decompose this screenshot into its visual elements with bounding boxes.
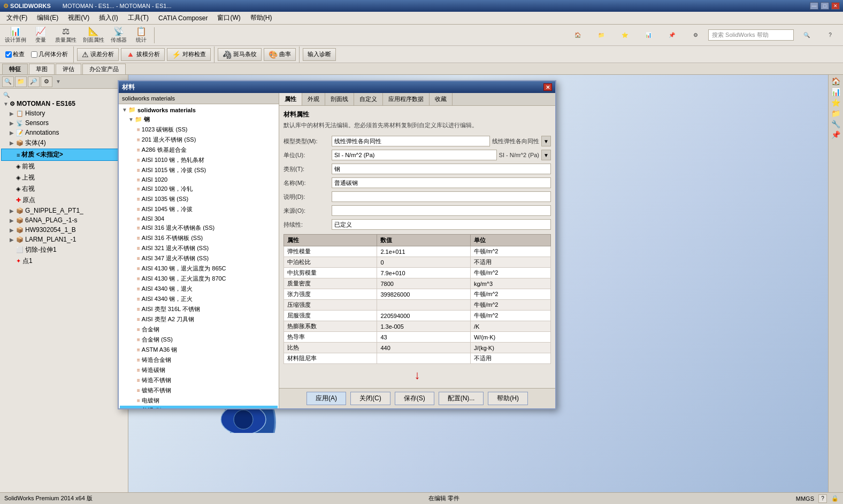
mat-item-galv-steel[interactable]: ≡电镀钢	[120, 396, 278, 406]
toolbar-design[interactable]: 📊 设计算例	[2, 25, 29, 45]
btn-apply[interactable]: 应用(A)	[306, 392, 346, 405]
toolbar-section[interactable]: 📐 剖面属性	[80, 25, 107, 45]
toolbar-search-btn[interactable]: 🔍	[796, 30, 817, 40]
mat-item-aisi321[interactable]: ≡AISI 321 退火不锈钢 (SS)	[120, 243, 278, 253]
mat-item-aisi1020cr[interactable]: ≡AISI 1020 钢，冷轧	[120, 184, 278, 194]
tree-item-hw[interactable]: ▶ 📦 HW9302054_1_B	[1, 225, 127, 235]
mat-item-aisi1015[interactable]: ≡AISI 1015 钢，冷拔 (SS)	[120, 165, 278, 175]
mat-item-plain-carbon[interactable]: ≡ 普通碳钢 ➤	[120, 406, 278, 408]
mat-item-aisi4340a[interactable]: ≡AISI 4340 钢，退火	[120, 284, 278, 294]
tree-root[interactable]: ▼ ⚙ MOTOMAN - ES165	[1, 99, 127, 108]
mat-item-aisia2[interactable]: ≡AISI 类型 A2 刀具钢	[120, 314, 278, 324]
menu-edit[interactable]: 编辑(E)	[33, 12, 63, 24]
props-tab-properties[interactable]: 属性	[279, 93, 302, 105]
tree-item-6ana[interactable]: ▶ 📦 6ANA_PLAG_-1-s	[1, 215, 127, 225]
check-geometry-box[interactable]	[31, 51, 37, 58]
props-tab-hatch[interactable]: 剖面线	[325, 93, 354, 105]
right-icon5[interactable]: 🔧	[831, 120, 840, 128]
btn-close[interactable]: 关闭(C)	[350, 392, 390, 405]
tree-item-sensors[interactable]: ▶ 📡 Sensors	[1, 118, 127, 128]
toolbar-mass[interactable]: ⚖ 质量属性	[52, 25, 79, 45]
tree-btn-search[interactable]: 🔎	[28, 76, 40, 87]
check-inspect-box[interactable]	[5, 51, 12, 58]
tab-office[interactable]: 办公室产品	[82, 64, 126, 74]
btn-save[interactable]: 保存(S)	[395, 392, 434, 405]
prop-input-name[interactable]	[332, 177, 551, 188]
tab-sketch[interactable]: 草图	[29, 64, 55, 74]
check-geometry[interactable]: 几何体分析	[29, 50, 70, 59]
prop-input-desc[interactable]	[332, 191, 551, 202]
toolbar-sensor[interactable]: 📡 传感器	[108, 25, 129, 45]
toolbar-nav5[interactable]: 📌	[661, 30, 683, 40]
tree-item-gnipple[interactable]: ▶ 📦 G_NIPPLE_A_PT1_	[1, 206, 127, 215]
menu-help[interactable]: 帮助(H)	[246, 12, 277, 24]
btn-symmetry[interactable]: ⚡ 对称检查	[167, 48, 211, 61]
mat-item-chrome-ss[interactable]: ≡镀铬不锈钢	[120, 385, 278, 396]
tree-btn-filter[interactable]: 🔍	[2, 76, 14, 87]
mat-item-alloy[interactable]: ≡合金钢	[120, 324, 278, 335]
mat-item-aisi1035[interactable]: ≡AISI 1035 钢 (SS)	[120, 194, 278, 204]
toolbar-nav2[interactable]: 📁	[591, 30, 612, 40]
mat-item-cast-ss[interactable]: ≡铸造不锈钢	[120, 375, 278, 385]
mat-item-aisi4130b[interactable]: ≡AISI 4130 钢，正火温度为 870C	[120, 274, 278, 284]
menu-file[interactable]: 文件(F)	[2, 12, 32, 24]
mat-item-aisi1020[interactable]: ≡AISI 1020	[120, 175, 278, 184]
tree-btn-collapse[interactable]: 📁	[15, 76, 27, 87]
btn-draft[interactable]: 🔺 拔模分析	[121, 48, 165, 61]
mat-item-alloyss[interactable]: ≡合金钢 (SS)	[120, 335, 278, 345]
minimize-btn[interactable]: —	[810, 2, 818, 10]
prop-select-modeltype[interactable]	[332, 136, 490, 146]
btn-config[interactable]: 配置(N)...	[439, 392, 484, 405]
mat-item-aisi304[interactable]: ≡AISI 304	[120, 214, 278, 223]
mat-tree-content[interactable]: ▼ 📁 solidworks materials ▼ 📁 钢 ≡1023 碳钢板…	[119, 104, 279, 408]
props-tab-favorites[interactable]: 收藏	[430, 93, 453, 105]
check-inspect[interactable]: 检查	[3, 50, 27, 59]
tab-feature[interactable]: 特征	[2, 64, 28, 74]
props-tab-appearance[interactable]: 外观	[302, 93, 325, 105]
prop-dropdown-modeltype[interactable]: ▼	[541, 136, 551, 146]
menu-view[interactable]: 视图(V)	[64, 12, 94, 24]
tree-item-larm[interactable]: ▶ 📦 LARM_PLAN1_-1	[1, 235, 127, 244]
mat-item-aisi347[interactable]: ≡AISI 347 退火不锈钢 (SS)	[120, 253, 278, 263]
props-tab-custom[interactable]: 自定义	[354, 93, 383, 105]
mat-item-aisi1045[interactable]: ≡AISI 1045 钢，冷拔	[120, 204, 278, 214]
right-icon2[interactable]: 📊	[831, 88, 840, 96]
tree-item-material[interactable]: ≡ 材质 <未指定> ➤	[1, 149, 127, 161]
mat-item-aisi4340b[interactable]: ≡AISI 4340 钢，正火	[120, 294, 278, 304]
tree-btn-settings[interactable]: ⚙	[41, 76, 52, 87]
btn-zebra[interactable]: 🦓 斑马条纹	[218, 48, 262, 61]
tree-filter-icon[interactable]: 🔍	[1, 91, 127, 99]
right-icon3[interactable]: ⭐	[831, 98, 840, 107]
tree-item-cut[interactable]: ⬜ 切除-拉伸1	[1, 244, 127, 255]
mat-item-cast-carbon[interactable]: ≡铸造碳钢	[120, 365, 278, 375]
tree-item-history[interactable]: ▶ 📋 History	[1, 108, 127, 118]
btn-help[interactable]: 帮助(H)	[488, 392, 528, 405]
tree-item-right[interactable]: ◈ 右视	[1, 183, 127, 195]
toolbar-nav4[interactable]: 📊	[638, 30, 659, 40]
dialog-close-btn[interactable]: ✕	[543, 83, 552, 91]
toolbar-nav6[interactable]: ⚙	[685, 30, 706, 40]
tree-item-top[interactable]: ◈ 上视	[1, 172, 127, 183]
mat-tree-root[interactable]: ▼ 📁 solidworks materials	[120, 105, 278, 114]
mat-item-aisi316plate[interactable]: ≡AISI 316 不锈钢板 (SS)	[120, 233, 278, 243]
tree-item-origin[interactable]: ✚ 原点	[1, 195, 127, 206]
menu-window[interactable]: 窗口(W)	[213, 12, 244, 24]
tree-item-front[interactable]: ◈ 前视	[1, 161, 127, 172]
mat-item-aisi4130a[interactable]: ≡AISI 4130 钢，退火温度为 865C	[120, 263, 278, 274]
close-btn[interactable]: ✕	[831, 2, 840, 10]
mat-item-201[interactable]: ≡201 退火不锈钢 (SS)	[120, 135, 278, 145]
status-help[interactable]: ?	[818, 494, 827, 503]
right-icon1[interactable]: 🏠	[831, 77, 840, 86]
props-tab-appdata[interactable]: 应用程序数据	[383, 93, 430, 105]
mat-item-aisi1010[interactable]: ≡AISI 1010 钢，热轧条材	[120, 155, 278, 165]
prop-dropdown-units[interactable]: ▼	[541, 150, 551, 160]
mat-item-1023[interactable]: ≡1023 碳钢板 (SS)	[120, 125, 278, 135]
prop-input-category[interactable]	[332, 164, 551, 174]
mat-item-a286[interactable]: ≡A286 铁基超合金	[120, 145, 278, 155]
btn-input-diag[interactable]: 输入诊断	[303, 48, 336, 61]
mat-item-astma36[interactable]: ≡ASTM A36 钢	[120, 345, 278, 355]
right-icon6[interactable]: 📌	[831, 130, 840, 139]
mat-item-aisi316l[interactable]: ≡AISI 类型 316L 不锈钢	[120, 304, 278, 314]
prop-select-units[interactable]	[332, 150, 497, 160]
mat-group-steel[interactable]: ▼ 📁 钢	[120, 114, 278, 125]
